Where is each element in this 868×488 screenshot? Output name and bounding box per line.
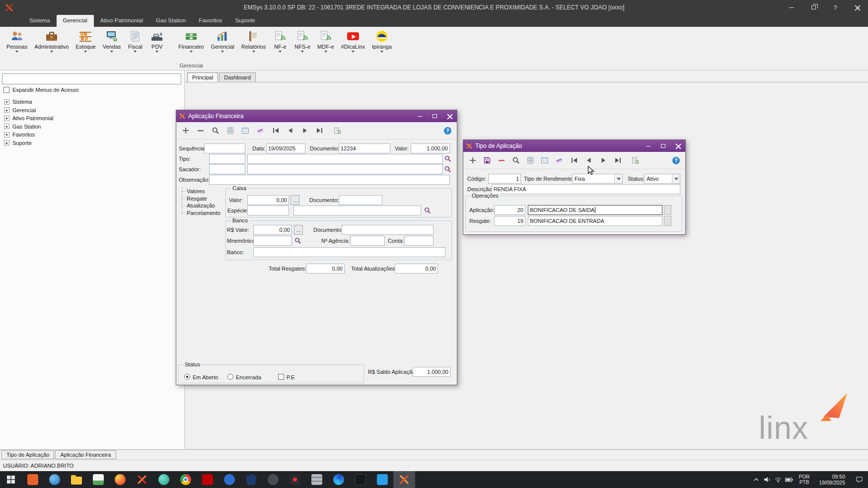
taskbar-app-1[interactable] bbox=[22, 471, 44, 488]
aplicacao-side-button[interactable] bbox=[664, 205, 671, 215]
tray-volume[interactable] bbox=[762, 471, 773, 488]
tree-item-resgate[interactable]: Resgate bbox=[180, 195, 224, 203]
taskbar-app-6[interactable] bbox=[240, 471, 262, 488]
status-select[interactable]: Ativo bbox=[644, 174, 680, 184]
total-resgates-input[interactable]: 0,00 bbox=[306, 264, 345, 274]
codigo-input[interactable]: 1 bbox=[488, 174, 521, 184]
banco-valor-input[interactable]: 0,00 bbox=[253, 225, 292, 235]
conta-input[interactable] bbox=[404, 236, 434, 246]
taskbar-vscode[interactable] bbox=[371, 471, 393, 488]
last-record-button[interactable] bbox=[613, 156, 622, 165]
sacador-lookup-button[interactable] bbox=[443, 164, 452, 174]
ribbon-button-estoque[interactable]: Estoque bbox=[72, 29, 99, 53]
tree-item-parcelamento[interactable]: Parcelamento bbox=[180, 209, 224, 217]
documento-input[interactable]: 12234 bbox=[339, 143, 390, 153]
window-tab-tipo-aplicacao[interactable]: Tipo de Aplicação bbox=[1, 450, 54, 459]
caixa-valor-ellipsis-button[interactable]: ... bbox=[290, 195, 299, 205]
encerrada-radio[interactable] bbox=[227, 374, 233, 380]
expand-plus-icon[interactable] bbox=[4, 140, 9, 145]
action-center-button[interactable] bbox=[850, 471, 868, 488]
close-button[interactable] bbox=[442, 110, 457, 122]
minimize-button[interactable] bbox=[641, 140, 655, 152]
taskbar-clock[interactable]: 09:50 19/09/2025 bbox=[814, 474, 850, 486]
mnemonico-input[interactable] bbox=[253, 236, 292, 246]
especie-descricao-input[interactable] bbox=[293, 206, 421, 215]
grid-view-button[interactable] bbox=[540, 156, 549, 165]
close-button[interactable] bbox=[846, 0, 868, 15]
taskbar-file-explorer[interactable] bbox=[66, 471, 87, 488]
taskbar-filezilla[interactable] bbox=[197, 471, 218, 488]
especie-lookup-button[interactable] bbox=[423, 206, 432, 215]
expand-plus-icon[interactable] bbox=[4, 107, 9, 113]
tipo-window-titlebar[interactable]: Tipo de Aplicação bbox=[463, 140, 685, 152]
taskbar-app-4[interactable] bbox=[153, 471, 175, 488]
taskbar-app-7[interactable] bbox=[262, 471, 284, 488]
help-button[interactable]: ? bbox=[824, 0, 846, 15]
ribbon-button-ipiranga[interactable]: Ipiranga bbox=[368, 29, 395, 53]
aplicacao-descricao-input[interactable]: BONIFICACAO DE SAIDA bbox=[528, 205, 662, 215]
expand-plus-icon[interactable] bbox=[4, 132, 9, 138]
ribbon-button-nfe[interactable]: NF-e bbox=[269, 29, 291, 53]
help-button[interactable]: ? bbox=[672, 156, 680, 165]
previous-record-button[interactable] bbox=[286, 127, 294, 135]
restore-button[interactable] bbox=[802, 0, 824, 15]
calculator-button[interactable] bbox=[526, 156, 534, 165]
taskbar-chrome[interactable] bbox=[175, 471, 197, 488]
caixa-documento-input[interactable] bbox=[339, 195, 382, 205]
tipo-lookup-button[interactable] bbox=[443, 154, 452, 164]
pe-checkbox[interactable] bbox=[278, 374, 284, 380]
maximize-button[interactable] bbox=[655, 140, 670, 152]
menu-suporte[interactable]: Suporte bbox=[228, 15, 261, 27]
tree-item-suporte[interactable]: Suporte bbox=[4, 139, 54, 147]
clear-button[interactable] bbox=[555, 156, 563, 165]
start-button[interactable] bbox=[0, 471, 22, 488]
resgate-descricao-input[interactable]: BONIFICACAO DE ENTRADA bbox=[528, 216, 662, 226]
tab-principal[interactable]: Principal bbox=[187, 72, 218, 82]
report-button[interactable] bbox=[631, 156, 639, 165]
resgate-side-button[interactable] bbox=[664, 216, 671, 226]
tipo-rendimento-select[interactable]: Fixa bbox=[572, 174, 623, 184]
tray-battery[interactable] bbox=[784, 471, 795, 488]
ribbon-button-financeiro[interactable]: Financeiro bbox=[175, 29, 207, 53]
dropdown-button[interactable] bbox=[614, 174, 622, 183]
banco-valor-ellipsis-button[interactable]: ... bbox=[294, 225, 303, 235]
last-record-button[interactable] bbox=[315, 127, 323, 135]
total-atualizacoes-input[interactable]: 0,00 bbox=[395, 264, 438, 274]
dropdown-button[interactable] bbox=[672, 174, 680, 183]
ribbon-button-relatorios[interactable]: Relatórios bbox=[238, 29, 270, 53]
saldo-aplicacao-input[interactable]: 1.000,00 bbox=[413, 367, 450, 377]
menu-ativo-patrimonial[interactable]: Ativo Patrimonial bbox=[94, 15, 149, 27]
tray-network[interactable] bbox=[773, 471, 784, 488]
especie-codigo-input[interactable] bbox=[247, 206, 289, 215]
calculator-button[interactable] bbox=[226, 127, 234, 135]
expand-plus-icon[interactable] bbox=[4, 99, 9, 105]
menu-gas-station[interactable]: Gas Station bbox=[149, 15, 192, 27]
delete-button[interactable] bbox=[196, 127, 205, 135]
sequencia-input[interactable] bbox=[204, 143, 245, 153]
mnemonico-lookup-button[interactable] bbox=[293, 236, 302, 246]
tree-item-favoritos[interactable]: Favoritos bbox=[4, 131, 54, 139]
expand-plus-icon[interactable] bbox=[4, 124, 9, 129]
taskbar-app-3[interactable] bbox=[87, 471, 109, 488]
ribbon-button-mdfe[interactable]: MDF-e bbox=[314, 29, 338, 53]
taskbar-media-player[interactable] bbox=[284, 471, 306, 488]
window-tab-aplicacao-financeira[interactable]: Aplicação Financeira bbox=[55, 450, 116, 459]
em-aberto-radio[interactable] bbox=[184, 374, 190, 380]
ribbon-button-nfse[interactable]: NFS-e bbox=[291, 29, 314, 53]
banco-nome-input[interactable] bbox=[253, 247, 445, 257]
delete-button[interactable] bbox=[497, 156, 506, 165]
taskbar-emsys[interactable] bbox=[131, 471, 153, 488]
expand-plus-icon[interactable] bbox=[4, 116, 9, 121]
taskbar-app-9[interactable] bbox=[350, 471, 371, 488]
add-button[interactable] bbox=[468, 156, 477, 165]
previous-record-button[interactable] bbox=[584, 156, 593, 165]
maximize-button[interactable] bbox=[427, 110, 442, 122]
tipo-codigo-input[interactable] bbox=[209, 154, 245, 164]
sacador-descricao-input[interactable] bbox=[247, 164, 443, 174]
save-button[interactable] bbox=[483, 156, 491, 165]
menu-sistema[interactable]: Sistema bbox=[23, 15, 57, 27]
tree-item-gas-station[interactable]: Gas Station bbox=[4, 123, 54, 131]
ribbon-button-dicalinx[interactable]: #DicaLinx bbox=[338, 29, 368, 53]
language-indicator[interactable]: POR PTB bbox=[795, 474, 814, 485]
ribbon-button-pessoas[interactable]: Pessoas bbox=[3, 29, 31, 53]
